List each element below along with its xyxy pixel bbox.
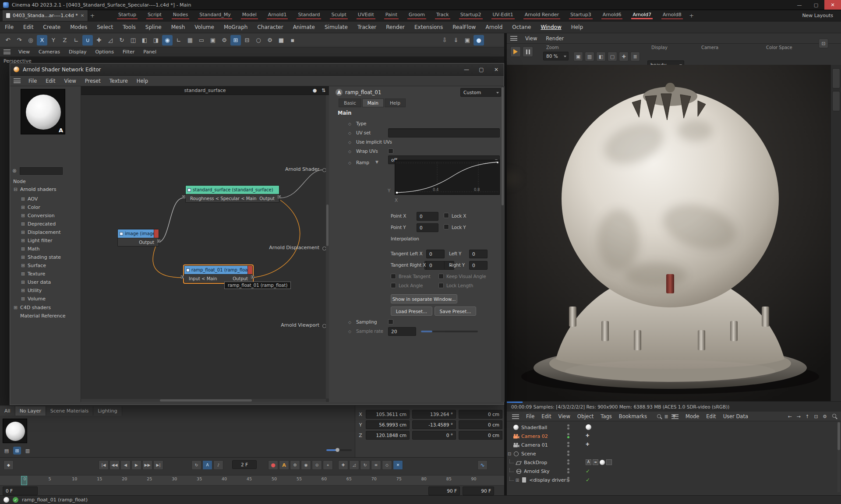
preview-end-field[interactable]: 90 F xyxy=(463,486,494,495)
texture-view-icon[interactable]: ▦ xyxy=(185,35,195,46)
menu-item[interactable]: Select xyxy=(92,21,118,33)
ipr-pause-button[interactable] xyxy=(523,46,533,57)
material-tab[interactable]: Lighting xyxy=(93,406,122,416)
menu-item[interactable]: Tracker xyxy=(353,21,381,33)
previous-frame-button[interactable]: ◀ xyxy=(120,460,131,470)
menu-item[interactable]: Character xyxy=(252,21,288,33)
parameter-filter-icon[interactable]: ≡ xyxy=(371,460,381,470)
render-side-tab[interactable] xyxy=(832,91,840,111)
viewport-menu-item[interactable]: Cameras xyxy=(34,47,64,57)
layout-tab[interactable]: Standard xyxy=(292,10,325,21)
standard-surface-node[interactable]: standard_surface (standard_surface) Roug… xyxy=(185,185,279,203)
layout-tab[interactable]: Arnold1 xyxy=(262,10,293,21)
autokey-button[interactable]: A xyxy=(202,460,212,470)
menu-item[interactable]: Animate xyxy=(288,21,320,33)
output-port[interactable] xyxy=(278,195,281,198)
tree-item[interactable]: ⊞ Deprecated xyxy=(13,220,79,228)
fcurve-editor-button[interactable]: ∿ xyxy=(477,460,488,470)
input-port[interactable] xyxy=(182,195,185,198)
lock-length-checkbox[interactable] xyxy=(438,283,444,288)
expand-plus-icon[interactable]: ⊞ xyxy=(21,263,25,268)
pick-color-icon[interactable]: ✚ xyxy=(619,52,629,61)
expand-plus-icon[interactable]: ⊞ xyxy=(21,279,25,285)
object-manager-menu-item[interactable]: Edit xyxy=(703,412,719,421)
maximize-button[interactable]: ▢ xyxy=(474,63,489,75)
playhead[interactable] xyxy=(21,476,27,485)
menu-item[interactable]: Window xyxy=(536,21,566,33)
goto-end-button[interactable]: ▶| xyxy=(153,460,163,470)
timeline-ruler[interactable]: 051015202530354045505560657075808590 xyxy=(0,475,504,486)
find-object-icon[interactable] xyxy=(832,413,837,419)
axis-corner-icon[interactable]: ∟ xyxy=(173,35,184,46)
image-node[interactable]: image (image) Output xyxy=(117,229,159,247)
collapse-icon[interactable]: ⊟ xyxy=(507,451,512,456)
gouraud-shading-icon[interactable]: ◉ xyxy=(162,35,173,46)
menu-item[interactable]: MoGraph xyxy=(219,21,253,33)
object-row[interactable]: ShaderBall xyxy=(507,423,831,432)
uvset-field[interactable] xyxy=(388,129,500,137)
panel-menu-icon[interactable] xyxy=(4,49,11,54)
position-z-field[interactable]: 120.1848 cm xyxy=(366,431,410,440)
viewport-menu-item[interactable]: Panel xyxy=(139,47,161,57)
shader-search-input[interactable] xyxy=(20,167,63,175)
object-row[interactable]: Camera 01 ✚ xyxy=(507,441,831,449)
object-name[interactable]: <display driver> xyxy=(529,477,570,483)
lock-z-axis-button[interactable]: Z xyxy=(60,35,70,46)
tree-item[interactable]: ⊞ Math xyxy=(13,245,79,253)
ramp-float-node[interactable]: ramp_float_01 (ramp_float) Input < Main … xyxy=(184,265,253,283)
grid-view-icon[interactable]: ⊞ xyxy=(13,447,21,455)
expand-plus-icon[interactable]: ⊞ xyxy=(21,296,25,302)
break-tangent-checkbox[interactable] xyxy=(391,274,396,279)
tangent-right-x-field[interactable]: 0 xyxy=(426,261,445,270)
preset-dropdown[interactable]: Custom xyxy=(460,88,501,97)
expand-plus-icon[interactable]: ⊞ xyxy=(21,271,25,277)
attribute-tab[interactable]: Basic xyxy=(339,99,361,107)
input-port[interactable] xyxy=(181,275,184,278)
expand-plus-icon[interactable]: ⊞ xyxy=(21,221,25,227)
view-right-icon[interactable]: ◨ xyxy=(151,35,161,46)
material-tab[interactable]: Scene Materials xyxy=(46,406,93,416)
menu-item[interactable]: Spline xyxy=(141,21,166,33)
visibility-dots[interactable] xyxy=(567,468,569,473)
solid-cube-icon[interactable]: ■ xyxy=(276,35,286,46)
visibility-dots[interactable] xyxy=(567,459,569,465)
layout-tab[interactable]: Model xyxy=(237,10,262,21)
region-render-icon[interactable]: ▢ xyxy=(608,52,617,61)
graph-vscrollbar[interactable] xyxy=(326,95,329,398)
expand-plus-icon[interactable]: ⊞ xyxy=(21,246,25,252)
attribute-tab[interactable]: Main xyxy=(362,99,384,107)
simulation-icon[interactable]: ○ xyxy=(253,35,264,46)
right-y-field[interactable]: 0 xyxy=(469,261,488,270)
menu-item[interactable]: Octane xyxy=(507,21,536,33)
lock-y-axis-button[interactable]: Y xyxy=(48,35,59,46)
menu-item[interactable]: Tools xyxy=(118,21,141,33)
compare-snapshot-icon[interactable]: ▥ xyxy=(585,52,594,61)
visibility-dots[interactable] xyxy=(567,442,569,447)
layout-tab[interactable]: Startup3 xyxy=(565,10,597,21)
rotate-tool-icon[interactable]: ↻ xyxy=(117,35,127,46)
render-menu-item[interactable]: Render xyxy=(541,33,568,44)
undo-icon[interactable]: ↶ xyxy=(3,35,13,46)
search-icon[interactable] xyxy=(657,414,662,419)
loop-icon[interactable]: ↻ xyxy=(191,460,201,470)
minimize-button[interactable]: — xyxy=(791,0,808,10)
target-tag-icon[interactable]: ✚ xyxy=(586,433,589,438)
range-start-field[interactable]: 0 F xyxy=(3,486,38,495)
object-row[interactable]: ⊟ Scene xyxy=(507,449,831,458)
menu-item[interactable]: Help xyxy=(566,21,588,33)
sample-rate-field[interactable]: 20 xyxy=(388,327,416,336)
redo-icon[interactable]: ↷ xyxy=(14,35,25,46)
menu-item[interactable]: Render xyxy=(381,21,410,33)
object-manager-menu-item[interactable]: Edit xyxy=(538,412,555,421)
object-name[interactable]: Scene xyxy=(521,451,536,457)
focus-icon[interactable]: ⊡ xyxy=(812,412,820,420)
store-snapshot-icon[interactable]: ▣ xyxy=(573,52,583,61)
workplane-icon[interactable]: ∟ xyxy=(71,35,81,46)
forward-icon[interactable]: → xyxy=(795,412,802,420)
material-tag-icon[interactable] xyxy=(600,460,605,465)
document-tab[interactable]: 0403_Standa...ar----1.c4d * ✕ xyxy=(3,10,88,21)
panel-menu-icon[interactable] xyxy=(510,36,517,41)
object-manager-menu-item[interactable]: Tags xyxy=(597,412,615,421)
keep-visual-angle-checkbox[interactable] xyxy=(438,274,444,279)
live-selection-icon[interactable]: ◎ xyxy=(25,35,36,46)
